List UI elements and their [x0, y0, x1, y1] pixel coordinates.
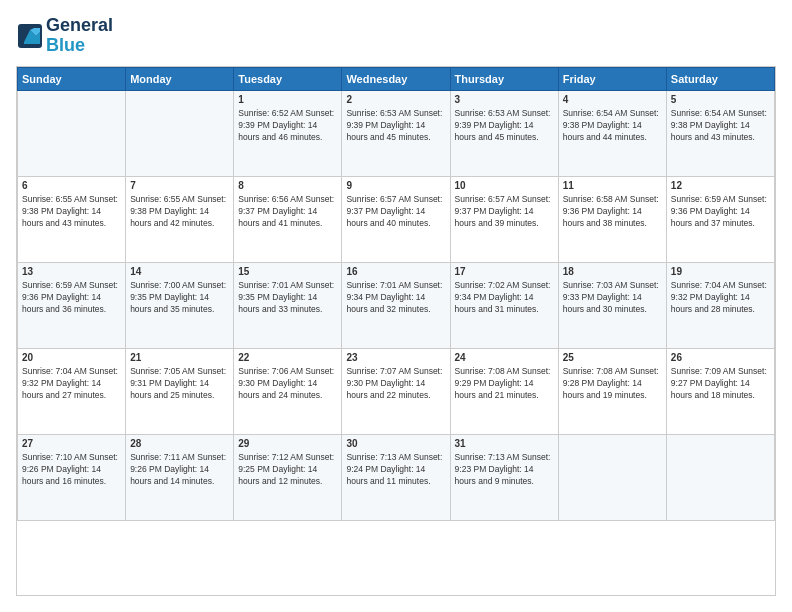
day-cell: 1Sunrise: 6:52 AM Sunset: 9:39 PM Daylig…: [234, 90, 342, 176]
day-number: 16: [346, 266, 445, 277]
day-cell: 15Sunrise: 7:01 AM Sunset: 9:35 PM Dayli…: [234, 262, 342, 348]
day-number: 1: [238, 94, 337, 105]
weekday-header-saturday: Saturday: [666, 67, 774, 90]
day-number: 11: [563, 180, 662, 191]
day-cell: 21Sunrise: 7:05 AM Sunset: 9:31 PM Dayli…: [126, 348, 234, 434]
weekday-header-sunday: Sunday: [18, 67, 126, 90]
day-info: Sunrise: 6:55 AM Sunset: 9:38 PM Dayligh…: [130, 193, 229, 230]
day-info: Sunrise: 6:54 AM Sunset: 9:38 PM Dayligh…: [671, 107, 770, 144]
logo-icon: [16, 22, 44, 50]
day-cell: 13Sunrise: 6:59 AM Sunset: 9:36 PM Dayli…: [18, 262, 126, 348]
day-info: Sunrise: 6:52 AM Sunset: 9:39 PM Dayligh…: [238, 107, 337, 144]
day-info: Sunrise: 6:57 AM Sunset: 9:37 PM Dayligh…: [346, 193, 445, 230]
day-number: 5: [671, 94, 770, 105]
header: General Blue: [16, 16, 776, 56]
day-cell: 2Sunrise: 6:53 AM Sunset: 9:39 PM Daylig…: [342, 90, 450, 176]
day-cell: [126, 90, 234, 176]
day-cell: 8Sunrise: 6:56 AM Sunset: 9:37 PM Daylig…: [234, 176, 342, 262]
day-cell: 3Sunrise: 6:53 AM Sunset: 9:39 PM Daylig…: [450, 90, 558, 176]
day-info: Sunrise: 7:10 AM Sunset: 9:26 PM Dayligh…: [22, 451, 121, 488]
day-info: Sunrise: 7:06 AM Sunset: 9:30 PM Dayligh…: [238, 365, 337, 402]
day-cell: 14Sunrise: 7:00 AM Sunset: 9:35 PM Dayli…: [126, 262, 234, 348]
weekday-header-tuesday: Tuesday: [234, 67, 342, 90]
calendar: SundayMondayTuesdayWednesdayThursdayFrid…: [16, 66, 776, 596]
day-cell: 11Sunrise: 6:58 AM Sunset: 9:36 PM Dayli…: [558, 176, 666, 262]
week-row-5: 27Sunrise: 7:10 AM Sunset: 9:26 PM Dayli…: [18, 434, 775, 520]
day-info: Sunrise: 7:11 AM Sunset: 9:26 PM Dayligh…: [130, 451, 229, 488]
week-row-4: 20Sunrise: 7:04 AM Sunset: 9:32 PM Dayli…: [18, 348, 775, 434]
day-number: 2: [346, 94, 445, 105]
day-number: 25: [563, 352, 662, 363]
day-number: 20: [22, 352, 121, 363]
calendar-header: SundayMondayTuesdayWednesdayThursdayFrid…: [18, 67, 775, 90]
day-info: Sunrise: 7:00 AM Sunset: 9:35 PM Dayligh…: [130, 279, 229, 316]
day-cell: [666, 434, 774, 520]
day-number: 21: [130, 352, 229, 363]
day-cell: 22Sunrise: 7:06 AM Sunset: 9:30 PM Dayli…: [234, 348, 342, 434]
day-cell: 16Sunrise: 7:01 AM Sunset: 9:34 PM Dayli…: [342, 262, 450, 348]
day-cell: [558, 434, 666, 520]
day-info: Sunrise: 6:53 AM Sunset: 9:39 PM Dayligh…: [455, 107, 554, 144]
day-cell: 28Sunrise: 7:11 AM Sunset: 9:26 PM Dayli…: [126, 434, 234, 520]
day-info: Sunrise: 7:08 AM Sunset: 9:29 PM Dayligh…: [455, 365, 554, 402]
day-cell: 5Sunrise: 6:54 AM Sunset: 9:38 PM Daylig…: [666, 90, 774, 176]
day-number: 8: [238, 180, 337, 191]
day-info: Sunrise: 7:09 AM Sunset: 9:27 PM Dayligh…: [671, 365, 770, 402]
day-number: 15: [238, 266, 337, 277]
day-info: Sunrise: 6:57 AM Sunset: 9:37 PM Dayligh…: [455, 193, 554, 230]
day-number: 23: [346, 352, 445, 363]
day-number: 30: [346, 438, 445, 449]
day-info: Sunrise: 6:59 AM Sunset: 9:36 PM Dayligh…: [671, 193, 770, 230]
day-number: 19: [671, 266, 770, 277]
day-number: 13: [22, 266, 121, 277]
weekday-header-wednesday: Wednesday: [342, 67, 450, 90]
logo: General Blue: [16, 16, 113, 56]
day-number: 22: [238, 352, 337, 363]
day-number: 17: [455, 266, 554, 277]
day-number: 3: [455, 94, 554, 105]
day-number: 27: [22, 438, 121, 449]
day-info: Sunrise: 7:03 AM Sunset: 9:33 PM Dayligh…: [563, 279, 662, 316]
day-info: Sunrise: 7:07 AM Sunset: 9:30 PM Dayligh…: [346, 365, 445, 402]
day-cell: 17Sunrise: 7:02 AM Sunset: 9:34 PM Dayli…: [450, 262, 558, 348]
day-info: Sunrise: 7:05 AM Sunset: 9:31 PM Dayligh…: [130, 365, 229, 402]
day-info: Sunrise: 7:12 AM Sunset: 9:25 PM Dayligh…: [238, 451, 337, 488]
day-info: Sunrise: 7:08 AM Sunset: 9:28 PM Dayligh…: [563, 365, 662, 402]
week-row-1: 1Sunrise: 6:52 AM Sunset: 9:39 PM Daylig…: [18, 90, 775, 176]
day-number: 9: [346, 180, 445, 191]
day-cell: 10Sunrise: 6:57 AM Sunset: 9:37 PM Dayli…: [450, 176, 558, 262]
calendar-body: 1Sunrise: 6:52 AM Sunset: 9:39 PM Daylig…: [18, 90, 775, 520]
day-cell: 12Sunrise: 6:59 AM Sunset: 9:36 PM Dayli…: [666, 176, 774, 262]
logo-text: General Blue: [46, 16, 113, 56]
day-cell: 6Sunrise: 6:55 AM Sunset: 9:38 PM Daylig…: [18, 176, 126, 262]
day-cell: 20Sunrise: 7:04 AM Sunset: 9:32 PM Dayli…: [18, 348, 126, 434]
day-info: Sunrise: 6:53 AM Sunset: 9:39 PM Dayligh…: [346, 107, 445, 144]
calendar-table: SundayMondayTuesdayWednesdayThursdayFrid…: [17, 67, 775, 521]
day-info: Sunrise: 6:59 AM Sunset: 9:36 PM Dayligh…: [22, 279, 121, 316]
day-number: 28: [130, 438, 229, 449]
day-info: Sunrise: 6:58 AM Sunset: 9:36 PM Dayligh…: [563, 193, 662, 230]
day-info: Sunrise: 7:01 AM Sunset: 9:35 PM Dayligh…: [238, 279, 337, 316]
weekday-header-monday: Monday: [126, 67, 234, 90]
day-number: 31: [455, 438, 554, 449]
week-row-3: 13Sunrise: 6:59 AM Sunset: 9:36 PM Dayli…: [18, 262, 775, 348]
day-info: Sunrise: 6:55 AM Sunset: 9:38 PM Dayligh…: [22, 193, 121, 230]
day-cell: 31Sunrise: 7:13 AM Sunset: 9:23 PM Dayli…: [450, 434, 558, 520]
day-cell: 18Sunrise: 7:03 AM Sunset: 9:33 PM Dayli…: [558, 262, 666, 348]
day-cell: [18, 90, 126, 176]
day-info: Sunrise: 7:02 AM Sunset: 9:34 PM Dayligh…: [455, 279, 554, 316]
day-number: 29: [238, 438, 337, 449]
day-number: 24: [455, 352, 554, 363]
day-number: 6: [22, 180, 121, 191]
weekday-header-thursday: Thursday: [450, 67, 558, 90]
day-number: 7: [130, 180, 229, 191]
day-info: Sunrise: 7:01 AM Sunset: 9:34 PM Dayligh…: [346, 279, 445, 316]
day-cell: 30Sunrise: 7:13 AM Sunset: 9:24 PM Dayli…: [342, 434, 450, 520]
day-number: 18: [563, 266, 662, 277]
day-cell: 24Sunrise: 7:08 AM Sunset: 9:29 PM Dayli…: [450, 348, 558, 434]
day-number: 12: [671, 180, 770, 191]
day-info: Sunrise: 7:13 AM Sunset: 9:23 PM Dayligh…: [455, 451, 554, 488]
day-cell: 26Sunrise: 7:09 AM Sunset: 9:27 PM Dayli…: [666, 348, 774, 434]
day-cell: 9Sunrise: 6:57 AM Sunset: 9:37 PM Daylig…: [342, 176, 450, 262]
day-info: Sunrise: 7:04 AM Sunset: 9:32 PM Dayligh…: [22, 365, 121, 402]
